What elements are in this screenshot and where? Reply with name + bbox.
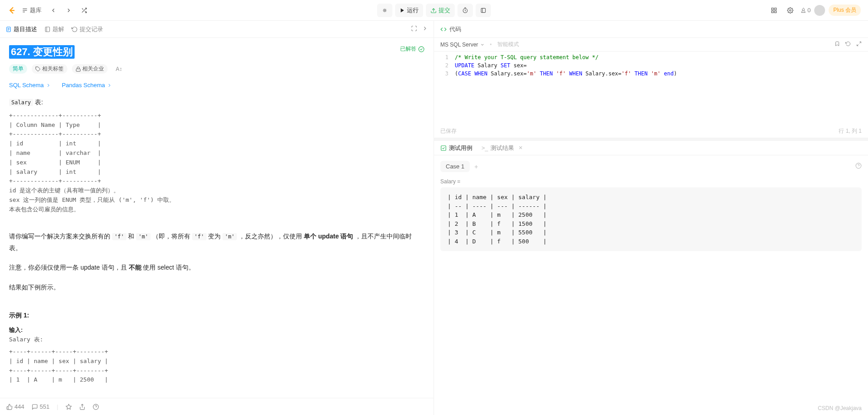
code-header: 代码	[434, 21, 868, 38]
avatar[interactable]	[814, 5, 825, 16]
tab-solution-label: 题解	[52, 25, 64, 33]
example-table-label: Salary 表:	[9, 335, 425, 345]
share-button[interactable]	[79, 404, 85, 410]
run-label: 运行	[407, 6, 419, 14]
tab-testcases-label: 测试用例	[449, 144, 472, 152]
topbar-center: 运行 提交	[377, 4, 491, 17]
next-button[interactable]	[62, 4, 75, 17]
salary-code: Salary	[9, 99, 33, 106]
pandas-schema-label: Pandas Schema	[62, 82, 105, 89]
svg-line-5	[82, 8, 83, 9]
saved-label: 已保存	[440, 127, 457, 135]
panel-tabs-right	[411, 25, 428, 33]
reset-button[interactable]	[845, 41, 851, 48]
collapse-button[interactable]	[422, 25, 428, 33]
tab-description-label: 题目描述	[14, 25, 37, 33]
svg-line-28	[859, 42, 861, 44]
meta-row: 简单 相关标签 相关企业 A↕	[9, 64, 425, 74]
cursor-position: 行 1, 列 1	[839, 127, 862, 135]
code-line-1: /* Write your T-SQL query statement belo…	[455, 54, 599, 61]
difficulty-badge: 简单	[9, 64, 27, 74]
smart-mode-label[interactable]: 智能模式	[497, 41, 519, 48]
case-help-button[interactable]	[855, 163, 862, 170]
language-bar: MS SQL Server • 智能模式	[434, 38, 868, 51]
svg-rect-23	[76, 69, 80, 71]
submit-label: 提交	[439, 6, 450, 14]
comment-count: 551	[40, 403, 50, 410]
svg-marker-7	[401, 8, 404, 12]
left-footer: 444 551 |	[0, 398, 434, 415]
top-bar: 题库 运行 提交	[0, 0, 868, 21]
code-lines[interactable]: /* Write your T-SQL query statement belo…	[452, 51, 868, 125]
layout-button[interactable]	[768, 4, 780, 17]
like-button[interactable]: 444	[6, 403, 24, 410]
problem-tabs: 题目描述 题解 提交记录	[0, 21, 434, 38]
svg-rect-15	[774, 11, 776, 13]
svg-rect-13	[774, 8, 776, 9]
close-result-button[interactable]: ✕	[519, 145, 523, 151]
gutter: 123	[434, 51, 452, 125]
editor-toolbar	[835, 41, 862, 48]
schema-links: SQL Schema Pandas Schema	[9, 82, 425, 89]
timer-button[interactable]	[458, 4, 473, 17]
example-table: +----+------+-----+--------+ | id | name…	[9, 347, 425, 385]
table-suffix: 表:	[33, 98, 43, 106]
case-area: Case 1 + Salary = | id | name | sex | sa…	[434, 155, 868, 415]
prev-button[interactable]	[47, 4, 60, 17]
svg-rect-30	[441, 145, 446, 150]
tags-label: 相关标签	[42, 65, 64, 73]
case-table[interactable]: | id | name | sex | salary | | -- | ----…	[440, 187, 862, 251]
logo-icon[interactable]	[7, 6, 16, 15]
run-button[interactable]: 运行	[395, 4, 423, 17]
like-count: 444	[14, 403, 24, 410]
problems-label: 题库	[30, 6, 42, 14]
right-panel: 代码 MS SQL Server • 智能模式 123	[434, 21, 868, 415]
code-editor[interactable]: 123 /* Write your T-SQL query statement …	[434, 51, 868, 125]
settings-button[interactable]	[784, 4, 797, 17]
streak-count[interactable]: 0	[800, 7, 811, 14]
solved-label: 已解答	[400, 45, 416, 53]
pandas-schema-link[interactable]: Pandas Schema	[62, 82, 112, 89]
add-case-button[interactable]: +	[474, 163, 478, 170]
language-selector[interactable]: MS SQL Server	[440, 42, 485, 48]
left-panel: 题目描述 题解 提交记录	[0, 21, 434, 415]
comment-button[interactable]: 551	[32, 403, 50, 410]
tab-testcases[interactable]: 测试用例	[440, 144, 472, 152]
submit-button[interactable]: 提交	[426, 4, 455, 17]
svg-line-29	[857, 44, 859, 46]
tab-description[interactable]: 题目描述	[5, 21, 37, 37]
debug-button[interactable]	[377, 4, 392, 17]
topbar-left: 题库	[7, 4, 90, 17]
paragraph-3: 结果如下例所示。	[9, 282, 425, 294]
tab-submissions[interactable]: 提交记录	[71, 21, 103, 37]
shuffle-button[interactable]	[78, 4, 90, 17]
plus-button[interactable]: Plus 会员	[829, 5, 861, 16]
note-button[interactable]	[476, 4, 491, 17]
case-tab-1[interactable]: Case 1	[440, 161, 470, 172]
font-button[interactable]: A↕	[112, 65, 126, 73]
tags-button[interactable]: 相关标签	[32, 64, 67, 74]
var-label: Salary =	[440, 178, 862, 185]
result-tabs: 测试用例 >_ 测试结果 ✕	[434, 138, 868, 155]
svg-rect-10	[481, 8, 485, 12]
svg-marker-24	[66, 404, 71, 409]
paragraph-2: 注意，你必须仅使用一条 update 语句，且 不能 使用 select 语句。	[9, 262, 425, 274]
example-input-label: 输入:	[9, 326, 425, 334]
code-line-3: (CASE WHEN Salary.sex='m' THEN 'f' WHEN …	[455, 70, 868, 78]
problem-title: 627. 变更性别	[9, 45, 75, 59]
sql-schema-link[interactable]: SQL Schema	[9, 82, 51, 89]
star-button[interactable]	[66, 404, 72, 410]
problems-button[interactable]: 题库	[19, 4, 44, 17]
problem-content: 已解答 627. 变更性别 简单 相关标签 相关企业 A↕	[0, 38, 434, 415]
example-label: 示例 1:	[9, 312, 425, 320]
tab-result[interactable]: >_ 测试结果	[481, 144, 514, 152]
bookmark-button[interactable]	[835, 41, 840, 48]
expand-button[interactable]	[856, 41, 862, 48]
fullscreen-button[interactable]	[411, 25, 417, 33]
language-value: MS SQL Server	[440, 42, 478, 48]
tab-solution[interactable]: 题解	[44, 21, 64, 37]
tab-submissions-label: 提交记录	[80, 25, 103, 33]
companies-button[interactable]: 相关企业	[72, 64, 108, 74]
help-button[interactable]	[93, 404, 99, 410]
editor-status: 已保存 行 1, 列 1	[434, 125, 868, 138]
